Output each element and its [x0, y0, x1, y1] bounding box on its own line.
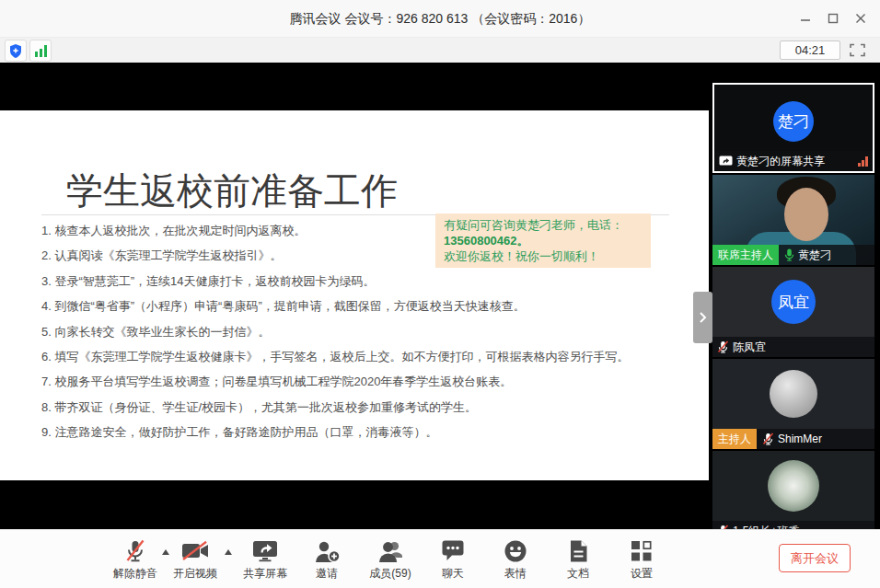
avatar-photo: [770, 370, 817, 418]
avatar: 楚刁: [773, 101, 814, 142]
main-stage: 学生返校前准备工作 1. 核查本人返校批次，在批次规定时间内返离校。 2. 认真…: [0, 63, 880, 529]
emoji-label: 表情: [504, 566, 527, 582]
note-line: 有疑问可咨询黄楚刁老师，电话：: [444, 217, 643, 233]
list-item: 7. 校服务平台填写学生返校调查；问卷星填写机械工程学院2020年春季学生返校台…: [41, 369, 629, 394]
members-label: 成员(59): [369, 566, 411, 582]
shared-screen-slide: 学生返校前准备工作 1. 核查本人返校批次，在批次规定时间内返离校。 2. 认真…: [0, 110, 709, 480]
invite-person-icon: [314, 539, 341, 563]
fullscreen-icon: [850, 43, 865, 57]
docs-button[interactable]: 文档: [541, 537, 615, 582]
participant-tile-host[interactable]: 主持人 ShimMer: [712, 359, 874, 449]
host-badge: 主持人: [712, 429, 757, 449]
contact-note-box: 有疑问可咨询黄楚刁老师，电话： 13560800462。 欢迎你返校！祝你一切顺…: [435, 213, 651, 268]
smiley-icon: [504, 539, 527, 563]
maximize-button[interactable]: [819, 6, 847, 31]
poor-signal-icon: [858, 156, 868, 167]
cohost-badge: 联席主持人: [712, 245, 779, 265]
participant-tile[interactable]: 凤宜 陈凤宜: [712, 267, 874, 357]
fullscreen-button[interactable]: [847, 41, 867, 58]
avatar: 凤宜: [771, 280, 816, 324]
mic-muted-icon: [123, 538, 147, 563]
chevron-right-icon: [699, 311, 707, 324]
mic-muted-icon: [717, 340, 729, 353]
window-controls: [792, 0, 874, 37]
note-line: 欢迎你返校！祝你一切顺利！: [444, 248, 643, 264]
participant-name: 黄楚刁的屏幕共享: [736, 154, 825, 169]
list-item: 4. 到微信“粤省事”（小程序）申请“粤康码”，提前申请，截图保留，方便返校当天…: [41, 294, 629, 318]
minimize-icon: [800, 13, 811, 24]
screen-share-icon: [719, 156, 733, 167]
list-item: 6. 填写《东莞理工学院学生返校健康卡》，手写签名，返校后上交。如不方便打印，可…: [41, 344, 629, 369]
chat-bubble-icon: [441, 539, 465, 562]
start-video-button[interactable]: 开启视频: [158, 537, 232, 582]
list-item: 5. 向家长转交《致毕业生家长的一封信》。: [41, 319, 629, 344]
note-phone: 13560800462。: [444, 233, 643, 248]
participant-tile[interactable]: 1-5组长+班委: [712, 451, 874, 529]
title-bar: 腾讯会议 会议号：926 820 613 （会议密码：2016）: [0, 0, 880, 38]
window-title: 腾讯会议 会议号：926 820 613 （会议密码：2016）: [0, 0, 880, 37]
meeting-security-button[interactable]: [5, 40, 27, 62]
status-strip: 04:21: [0, 38, 880, 63]
settings-label: 设置: [631, 566, 653, 582]
participant-tile-screen-share[interactable]: 楚刁 黄楚刁的屏幕共享: [712, 83, 874, 173]
list-item: 9. 注意路途安全，做好防护工作，备好路途防护用品（口罩，消毒液等）。: [41, 420, 629, 444]
participant-tile-video[interactable]: 联席主持人 黄楚刁: [712, 175, 874, 265]
participant-name: 黄楚刁: [798, 248, 831, 263]
sidebar-collapse-handle[interactable]: [693, 292, 712, 343]
document-icon: [569, 539, 588, 563]
avatar-photo: [768, 460, 819, 512]
tile-label-bar: 陈凤宜: [712, 337, 874, 357]
invite-label: 邀请: [316, 566, 338, 582]
leave-meeting-button[interactable]: 离开会议: [779, 544, 851, 572]
tile-label-bar: 黄楚刁的屏幕共享: [714, 151, 873, 171]
settings-button[interactable]: 设置: [605, 537, 678, 582]
network-signal-icon: [35, 45, 47, 57]
unmute-label: 解除静音: [113, 566, 157, 582]
minimize-button[interactable]: [792, 6, 819, 31]
chat-label: 聊天: [442, 566, 464, 582]
share-screen-label: 共享屏幕: [243, 566, 287, 582]
docs-label: 文档: [567, 566, 589, 582]
meeting-timer: 04:21: [780, 40, 840, 60]
participant-name: ShimMer: [778, 432, 822, 445]
mic-muted-icon: [762, 432, 774, 445]
camera-muted-icon: [181, 541, 210, 561]
video-person-face: [784, 188, 828, 241]
screen-share-icon: [251, 539, 279, 562]
shield-plus-icon: [9, 44, 22, 58]
list-item: 3. 登录“智慧莞工”，连续14天健康打卡，返校前校园卡为绿码。: [41, 269, 629, 294]
close-button[interactable]: [847, 6, 874, 31]
mic-on-icon: [784, 248, 794, 261]
members-icon: [377, 539, 403, 563]
meeting-toolbar: 解除静音 开启视频 共享屏幕: [0, 529, 880, 588]
participant-name: 陈凤宜: [733, 340, 766, 355]
maximize-icon: [828, 13, 839, 24]
start-video-label: 开启视频: [173, 566, 217, 582]
tile-label-bar: 联席主持人 黄楚刁: [712, 245, 874, 265]
tile-label-bar: 1-5组长+班委: [712, 521, 874, 529]
tile-label-bar: 主持人 ShimMer: [712, 429, 874, 449]
network-status-button[interactable]: [29, 40, 52, 62]
list-item: 8. 带齐双证（身份证、学生证/校园卡），尤其第一批次返校参加重修考试的学生。: [41, 395, 629, 420]
meeting-window: 腾讯会议 会议号：926 820 613 （会议密码：2016） 04:21: [0, 0, 880, 588]
close-icon: [855, 13, 866, 24]
settings-grid-icon: [631, 540, 653, 562]
invite-button[interactable]: 邀请: [290, 537, 364, 582]
slide-title: 学生返校前准备工作: [66, 166, 398, 216]
